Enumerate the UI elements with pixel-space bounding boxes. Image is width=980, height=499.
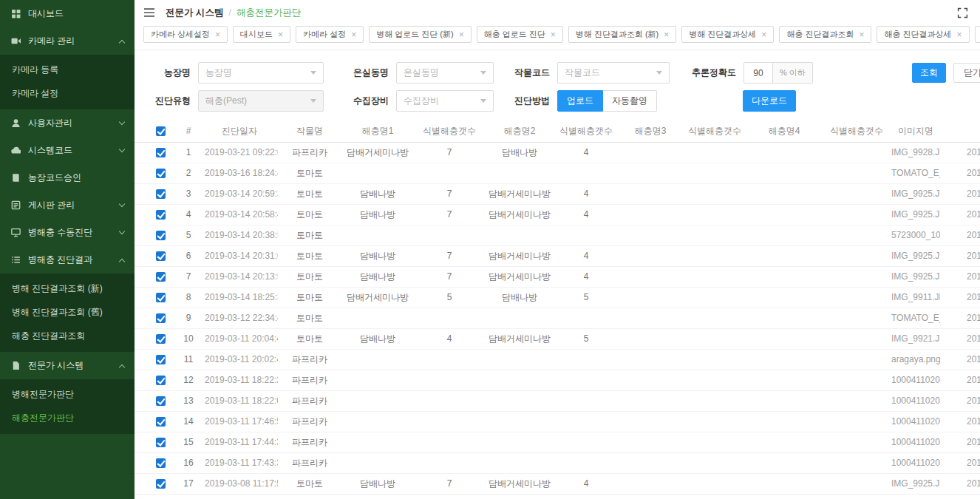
tab-disease-result-detail[interactable]: 병해 진단결과상세×	[681, 26, 774, 43]
select-all-checkbox[interactable]	[156, 126, 166, 136]
device-select[interactable]: 수집장비	[396, 90, 494, 112]
sidebar-item-insect-results[interactable]: 해충 진단결과조회	[0, 324, 135, 347]
row-checkbox[interactable]	[156, 396, 166, 406]
sidebar-item-camera-settings[interactable]: 카메라 설정	[0, 81, 135, 105]
cell-no: 8	[176, 287, 201, 308]
table-row[interactable]: 72019-03-14 20:13:53토마토담배나방7담배거세미나방4IMG_…	[135, 266, 980, 287]
row-checkbox[interactable]	[156, 355, 166, 364]
table-row[interactable]: 42019-03-14 20:58:46토마토담배나방7담배거세미나방4IMG_…	[135, 204, 980, 225]
table-row[interactable]: 12019-03-21 09:22:00파프리카담배거세미나방7담배나방4IMG…	[135, 142, 980, 163]
cell-pest2	[485, 370, 554, 390]
row-checkbox[interactable]	[156, 438, 166, 447]
sidebar-item-disease-results-new[interactable]: 병해 진단결과조회 (新)	[0, 276, 135, 300]
column-header: 식별해충갯수	[822, 120, 891, 142]
table-row[interactable]: 112019-03-11 20:02:41파프리카aragaya.png201	[135, 349, 980, 370]
sidebar-item-pest-manual-diagnosis[interactable]: 병해충 수동진단	[0, 219, 135, 246]
close-icon[interactable]: ×	[351, 30, 356, 39]
row-checkbox[interactable]	[156, 189, 166, 199]
fullscreen-icon[interactable]	[957, 7, 968, 18]
crop-code-select[interactable]: 작물코드	[557, 62, 670, 84]
close-icon[interactable]: ×	[551, 30, 556, 39]
cell-count3	[683, 308, 746, 328]
close-icon[interactable]: ×	[859, 30, 864, 39]
close-button[interactable]: 닫기	[953, 63, 980, 83]
greenhouse-select[interactable]: 온실동명	[396, 62, 494, 84]
cell-count4	[822, 473, 891, 494]
tab-camera-settings[interactable]: 카메라 설정×	[296, 26, 364, 43]
close-icon[interactable]: ×	[278, 30, 283, 39]
sidebar-item-expert-system[interactable]: 전문가 시스템	[0, 352, 135, 379]
tab-disease-upload-diagnosis-new[interactable]: 병해 업로드 진단 (新)×	[369, 26, 472, 43]
accuracy-input[interactable]	[743, 62, 773, 84]
close-icon[interactable]: ×	[957, 30, 962, 39]
row-checkbox[interactable]	[156, 251, 166, 261]
sidebar-item-disease-expert-judgment[interactable]: 병해전문가판단	[0, 382, 135, 406]
sidebar-item-dashboard[interactable]: 대시보드	[0, 0, 135, 27]
row-checkbox[interactable]	[156, 479, 166, 489]
close-icon[interactable]: ×	[664, 30, 669, 39]
farm-name-select[interactable]: 농장명	[198, 62, 324, 84]
row-checkbox[interactable]	[156, 334, 166, 344]
row-checkbox[interactable]	[156, 313, 166, 323]
tab-insect-upload-diagnosis[interactable]: 해충 업로드 진단×	[477, 26, 563, 43]
cell-image: 1000411020...	[891, 452, 940, 473]
sidebar-item-user-management[interactable]: 사용자관리	[0, 109, 135, 137]
camera-icon	[11, 36, 21, 46]
row-checkbox[interactable]	[156, 169, 166, 178]
table-row[interactable]: 172019-03-08 11:17:59토마토담배나방7담배거세미나방4IMG…	[135, 473, 980, 494]
tab-insect-results[interactable]: 해충 진단결과조회×	[779, 26, 871, 43]
cell-pest2	[485, 163, 554, 183]
cell-pest1	[341, 370, 414, 390]
tab-disease-results-new[interactable]: 병해 진단결과조회 (新)×	[568, 26, 676, 43]
sidebar-item-system-code[interactable]: 시스템코드	[0, 137, 135, 164]
tab-dashboard[interactable]: 대시보드×	[233, 26, 290, 43]
sidebar-item-disease-results-old[interactable]: 병해 진단결과조회 (舊)	[0, 300, 135, 324]
row-checkbox[interactable]	[156, 231, 166, 240]
table-row[interactable]: 62019-03-14 20:31:03토마토담배나방7담배거세미나방4IMG_…	[135, 245, 980, 266]
sidebar-item-pest-diagnosis-results[interactable]: 병해충 진단결과	[0, 246, 135, 274]
close-icon[interactable]: ×	[215, 30, 220, 39]
hamburger-icon[interactable]	[143, 7, 155, 18]
table-row[interactable]: 82019-03-14 18:25:32토마토담배거세미나방5담배나방5IMG_…	[135, 287, 980, 308]
row-checkbox[interactable]	[156, 272, 166, 282]
row-checkbox[interactable]	[156, 458, 166, 468]
tab-disease-expert-judgment[interactable]: 병해전문가판단×	[975, 26, 980, 43]
cell-image: 1000411020...	[891, 370, 940, 390]
method-auto-button[interactable]: 자동촬영	[603, 90, 657, 112]
table-row[interactable]: 162019-03-11 17:43:34파프리카1000411020...20…	[135, 452, 980, 473]
tab-insect-result-detail[interactable]: 해충 진단결과상세×	[877, 26, 969, 43]
search-button[interactable]: 조회	[912, 63, 946, 83]
cell-image: 5723000_10...	[891, 225, 940, 245]
sidebar-item-camera-register[interactable]: 카메라 등록	[0, 58, 135, 81]
row-checkbox[interactable]	[156, 293, 166, 302]
column-header	[940, 120, 980, 142]
row-checkbox[interactable]	[156, 210, 166, 220]
tab-camera-detail-settings[interactable]: 카메라 상세설정×	[143, 26, 228, 43]
table-row[interactable]: 92019-03-12 22:34:44토마토TOMATO_E_...201	[135, 308, 980, 328]
table-row[interactable]: 22019-03-16 18:24:43토마토TOMATO_E_...201	[135, 163, 980, 183]
cell-reg-date: 201	[940, 390, 980, 411]
row-checkbox[interactable]	[156, 417, 166, 427]
table-row[interactable]: 32019-03-14 20:59:38토마토담배나방7담배거세미나방4IMG_…	[135, 183, 980, 204]
close-icon[interactable]: ×	[761, 30, 766, 39]
download-button[interactable]: 다운로드	[743, 90, 796, 112]
diagnosis-type-select[interactable]: 해충(Pest)	[198, 90, 324, 112]
table-row[interactable]: 152019-03-11 17:44:33파프리카1000411020...20…	[135, 432, 980, 452]
close-icon[interactable]: ×	[459, 30, 464, 39]
cell-crop: 토마토	[278, 308, 341, 328]
method-upload-button[interactable]: 업로드	[557, 90, 603, 112]
table-header-row: #진단일자작물명해충명1식별해충갯수해충명2식별해충갯수해충명3식별해충갯수해충…	[135, 120, 980, 142]
table-row[interactable]: 52019-03-14 20:38:56토마토5723000_10...201	[135, 225, 980, 245]
row-checkbox[interactable]	[156, 148, 166, 157]
sidebar-item-camera-management[interactable]: 카메라 관리	[0, 27, 135, 55]
table-row[interactable]: 102019-03-11 20:04:40토마토담배나방4담배거세미나방5IMG…	[135, 328, 980, 349]
sidebar-item-insect-expert-judgment[interactable]: 해충전문가판단	[0, 406, 135, 430]
sidebar-item-board-management[interactable]: 게시판 관리	[0, 191, 135, 219]
table-row[interactable]: 132019-03-11 18:22:03파프리카1000411020...20…	[135, 390, 980, 411]
table-row[interactable]: 122019-03-11 18:22:20파프리카1000411020...20…	[135, 370, 980, 390]
cell-count3	[683, 411, 746, 432]
row-checkbox[interactable]	[156, 376, 166, 385]
cell-count3	[683, 183, 746, 204]
sidebar-item-farm-code-approval[interactable]: 농장코드승인	[0, 164, 135, 191]
table-row[interactable]: 142019-03-11 17:46:58파프리카1000411020...20…	[135, 411, 980, 432]
